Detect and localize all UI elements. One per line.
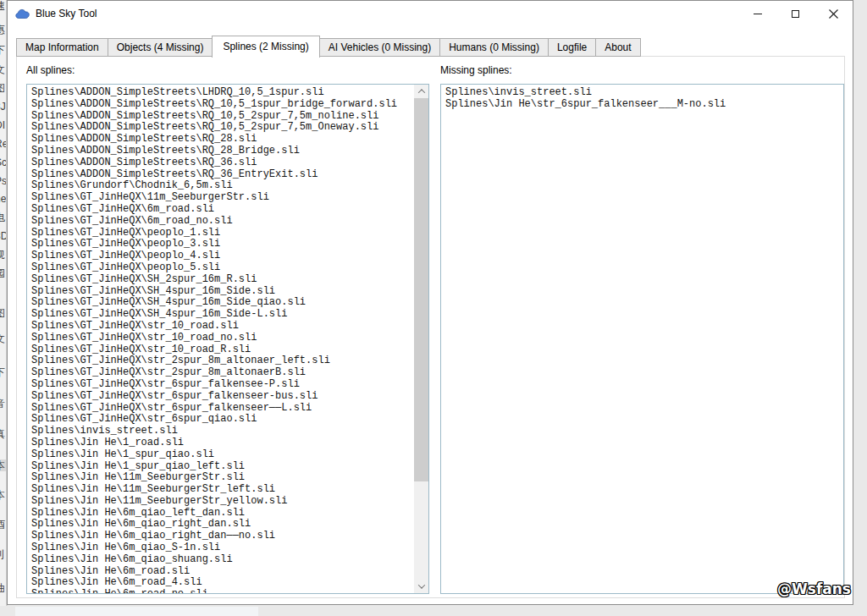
missing-splines-list: Splines\invis_street.sliSplines\Jin He\s… — [441, 85, 843, 593]
spline-list-item[interactable]: Splines\GT_JinHeQX\str_2spur_8m_altonaer… — [31, 355, 414, 367]
desktop-icon-label-fragment: 本 — [0, 489, 7, 501]
tab[interactable]: Logfile — [548, 38, 596, 57]
spline-list-item[interactable]: Splines\GT_JinHeQX\6m_road_no.sli — [31, 216, 414, 228]
spline-list-item[interactable]: Splines\GT_JinHeQX\str_6spur_falkenseer—… — [31, 403, 414, 415]
desktop-icon-label-fragment: Re — [0, 138, 7, 150]
spline-list-item[interactable]: Splines\Jin He\6m_qiao_right_dan——no.sli — [31, 531, 414, 542]
spline-list-item[interactable]: Splines\ADDON_SimpleStreets\LHDRQ_10,5_1… — [31, 87, 414, 99]
spline-list-item[interactable]: Splines\GT_JinHeQX\str_10_road_no.sli — [31, 333, 414, 344]
desktop: 速惠下文图3JDIReScPsne电3D观园图文下音真本本酉刂曲 Blue Sk… — [0, 0, 867, 616]
blue-cloud-icon — [15, 8, 30, 19]
chevron-up-icon — [417, 89, 424, 96]
spline-list-item[interactable]: Splines\GT_JinHeQX\SH_4spur_16m_Side-L.s… — [31, 309, 414, 321]
missing-spline-list-item[interactable]: Splines\Jin He\str_6spur_falkenseer___M-… — [445, 99, 843, 111]
spline-list-item[interactable]: Splines\GT_JinHeQX\peoplo_4.sli — [31, 250, 414, 262]
chevron-down-icon — [417, 581, 424, 588]
desktop-icon-label-fragment: 惠 — [0, 24, 7, 36]
spline-list-item[interactable]: Splines\GT_JinHeQX\peoplo_3.sli — [31, 239, 414, 250]
spline-list-item[interactable]: Splines\Jin He\6m_road_4.sli — [31, 577, 414, 589]
tab[interactable]: AI Vehicles (0 Missing) — [319, 38, 440, 57]
desktop-icon-label-fragment: 酉 — [0, 519, 7, 531]
spline-list-item[interactable]: Splines\Jin He\6m_qiao_shuang.sli — [31, 554, 414, 566]
desktop-icon-label-fragment: 电 — [0, 212, 7, 223]
tab[interactable]: Map Information — [16, 38, 108, 57]
desktop-icon-label-fragment: 下 — [0, 44, 7, 56]
spline-list-item[interactable]: Splines\ADDON_SimpleStreets\RQ_28_Bridge… — [31, 146, 414, 157]
app-window: Blue Sky Tool Map InformationObjects (4 … — [7, 0, 853, 605]
spline-list-item[interactable]: Splines\GT_JinHeQX\str_2spur_8m_altonaer… — [31, 367, 414, 379]
desktop-icon-label-fragment: ne — [0, 193, 7, 205]
scroll-down-button[interactable] — [414, 580, 428, 593]
maximize-button[interactable] — [776, 1, 815, 26]
desktop-icon-label-fragment: 下 — [0, 366, 7, 378]
spline-list-item[interactable]: Splines\invis_street.sli — [31, 426, 414, 437]
missing-spline-list-item[interactable]: Splines\invis_street.sli — [445, 87, 843, 99]
tab-bar: Map InformationObjects (4 Missing)Spline… — [16, 35, 640, 57]
spline-list-item[interactable]: Splines\Jin He\1_spur_qiao_left.sli — [31, 461, 414, 473]
scroll-up-button[interactable] — [414, 85, 428, 98]
spline-list-item[interactable]: Splines\GT_JinHeQX\SH_2spur_16m_R.sli — [31, 274, 414, 286]
desktop-icon-label-fragment: 3J — [0, 101, 7, 113]
missing-splines-listbox[interactable]: Splines\invis_street.sliSplines\Jin He\s… — [440, 84, 844, 594]
spline-list-item[interactable]: Splines\ADDON_SimpleStreets\RQ_28.sli — [31, 134, 414, 146]
spline-list-item[interactable]: Splines\GT_JinHeQX\str_6spur_falkenseer-… — [31, 391, 414, 403]
desktop-icon-label-fragment: 文 — [0, 333, 7, 344]
desktop-icon-label-fragment: 图 — [0, 307, 7, 319]
desktop-icon-label-fragment: 音 — [0, 398, 7, 410]
spline-list-item[interactable]: Splines\ADDON_SimpleStreets\RQ_10,5_2spu… — [31, 122, 414, 134]
desktop-icon-label-fragment: 真 — [0, 428, 7, 440]
desktop-icon-label-fragment: DI — [0, 119, 7, 131]
spline-list-item[interactable]: Splines\GT_JinHeQX\str_10_road_R.sli — [31, 344, 414, 356]
desktop-icon-label-fragment: 观 — [0, 249, 7, 261]
tab[interactable]: About — [595, 38, 640, 57]
scrollbar-thumb[interactable] — [414, 98, 428, 481]
spline-list-item[interactable]: Splines\GT_JinHeQX\peoplo_1.sli — [31, 228, 414, 239]
maximize-icon — [792, 10, 799, 18]
spline-list-item[interactable]: Splines\GT_JinHeQX\str_10_road.sli — [31, 321, 414, 333]
desktop-icon-label-fragment: 图 — [0, 82, 7, 94]
spline-list-item[interactable]: Splines\GT_JinHeQX\peoplo_5.sli — [31, 262, 414, 274]
spline-list-item[interactable]: Splines\Jin He\6m_road.sli — [31, 566, 414, 578]
minimize-button[interactable] — [738, 1, 776, 26]
desktop-icon-label-fragment: 园 — [0, 267, 7, 279]
all-splines-listbox[interactable]: Splines\ADDON_SimpleStreets\LHDRQ_10,5_1… — [26, 84, 429, 594]
spline-list-item[interactable]: Splines\Grundorf\Chodnik_6,5m.sli — [31, 180, 414, 192]
spline-list-item[interactable]: Splines\Jin He\6m_qiao_S-1n.sli — [31, 542, 414, 554]
desktop-icon-label-fragment: Sc — [0, 157, 7, 168]
spline-list-item[interactable]: Splines\GT_JinHeQX\str_6spur_falkensee-P… — [31, 379, 414, 391]
watermark: @Wsfans — [777, 580, 851, 597]
spline-list-item[interactable]: Splines\Jin He\1_road.sli — [31, 437, 414, 449]
tab[interactable]: Humans (0 Missing) — [439, 38, 549, 57]
spline-list-item[interactable]: Splines\ADDON_SimpleStreets\RQ_10,5_2spu… — [31, 111, 414, 123]
vertical-scrollbar[interactable] — [414, 85, 428, 593]
desktop-icon-label-fragment: 曲 — [0, 582, 7, 594]
spline-list-item[interactable]: Splines\Jin He\6m_road_no.sli — [31, 589, 414, 593]
spline-list-item[interactable]: Splines\GT_JinHeQX\6m_road.sli — [31, 204, 414, 216]
desktop-icon-label-fragment: 本 — [0, 459, 7, 471]
all-splines-list: Splines\ADDON_SimpleStreets\LHDRQ_10,5_1… — [27, 85, 414, 593]
spline-list-item[interactable]: Splines\Jin He\11m_SeeburgerStr.sli — [31, 472, 414, 484]
tab[interactable]: Splines (2 Missing) — [212, 36, 319, 58]
all-splines-label: All splines: — [26, 64, 75, 76]
spline-list-item[interactable]: Splines\Jin He\6m_qiao_right_dan.sli — [31, 519, 414, 531]
spline-list-item[interactable]: Splines\GT_JinHeQX\str_6spur_qiao.sli — [31, 414, 414, 426]
spline-list-item[interactable]: Splines\Jin He\11m_SeeburgerStr_left.sli — [31, 484, 414, 496]
tab[interactable]: Objects (4 Missing) — [108, 38, 213, 57]
desktop-icon-label-fragment: 速 — [0, 0, 7, 12]
missing-splines-label: Missing splines: — [440, 64, 512, 76]
spline-list-item[interactable]: Splines\GT_JinHeQX\SH_4spur_16m_Side.sli — [31, 286, 414, 298]
minimize-icon — [754, 14, 762, 14]
close-button[interactable] — [815, 1, 853, 26]
spline-list-item[interactable]: Splines\GT_JinHeQX\11m_SeeburgerStr.sli — [31, 192, 414, 204]
close-icon — [829, 9, 838, 19]
spline-list-item[interactable]: Splines\ADDON_SimpleStreets\RQ_10,5_1spu… — [31, 99, 414, 111]
desktop-icon-label-fragment: 3D — [0, 230, 7, 242]
spline-list-item[interactable]: Splines\Jin He\6m_qiao_left_dan.sli — [31, 508, 414, 520]
titlebar[interactable]: Blue Sky Tool — [8, 1, 853, 26]
spline-list-item[interactable]: Splines\ADDON_SimpleStreets\RQ_36_EntryE… — [31, 169, 414, 181]
desktop-background-patch — [15, 607, 258, 616]
spline-list-item[interactable]: Splines\GT_JinHeQX\SH_4spur_16m_Side_qia… — [31, 297, 414, 309]
spline-list-item[interactable]: Splines\Jin He\11m_SeeburgerStr_yellow.s… — [31, 496, 414, 508]
spline-list-item[interactable]: Splines\ADDON_SimpleStreets\RQ_36.sli — [31, 157, 414, 169]
spline-list-item[interactable]: Splines\Jin He\1_spur_qiao.sli — [31, 449, 414, 461]
